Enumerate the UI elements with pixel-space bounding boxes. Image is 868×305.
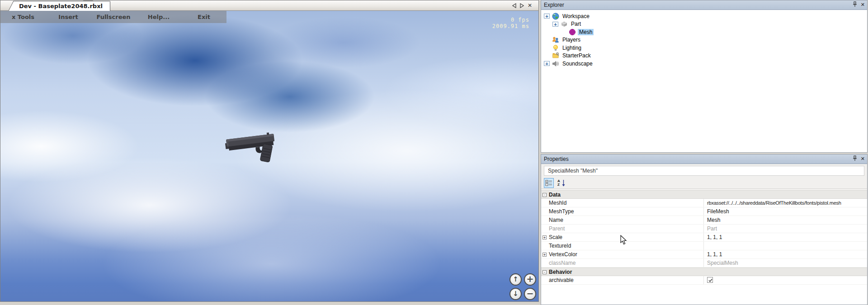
tree-item-label[interactable]: StarterPack [561,52,592,59]
menu-item-insert[interactable]: Insert [46,11,91,23]
close-icon[interactable]: ✕ [861,2,865,8]
properties-title: Properties [544,156,569,162]
property-row-meshid[interactable]: MeshId rbxasset://../../../shareddata/Ri… [541,199,867,207]
camera-nav-pad: ↑ + ↓ − [509,273,536,300]
viewport-3d-scene[interactable]: x Tools Insert Fullscreen Help... Exit 0… [0,11,538,301]
sort-alphabetical-button[interactable]: A Z [556,178,566,188]
menu-item-help[interactable]: Help... [136,11,181,23]
group-label: Behavior [541,268,703,276]
tree-item-lighting[interactable]: Lighting [541,44,867,52]
property-name: MeshId [541,199,703,207]
properties-header: Properties ✕ [541,155,867,164]
expand-plus-icon[interactable]: + [552,22,558,27]
menu-bar: x Tools Insert Fullscreen Help... Exit [0,11,226,23]
lighting-bulb-icon [552,44,559,52]
selected-object-header: SpecialMesh "Mesh" [544,166,864,176]
property-name: className [541,259,703,267]
tree-item-label[interactable]: Lighting [561,45,583,51]
players-icon [552,36,559,43]
menu-item-fullscreen[interactable]: Fullscreen [91,11,136,23]
property-value: SpecialMesh [703,259,867,267]
expand-plus-icon[interactable]: + [544,14,550,19]
property-row-meshtype[interactable]: MeshType FileMesh [541,207,867,216]
property-row-vertexcolor[interactable]: + VertexColor 1, 1, 1 [541,250,867,259]
properties-grid: - Data MeshId rbxasset://../../../shared… [541,190,867,305]
menu-item-tools[interactable]: x Tools [0,11,46,23]
mesh-sphere-icon [569,28,576,36]
property-name: MeshType [541,207,703,216]
tab-close-icon[interactable]: ✕ [528,2,532,9]
expand-plus-icon[interactable]: + [542,235,547,239]
group-label: Data [541,191,703,198]
property-value[interactable]: 1, 1, 1 [703,233,867,241]
mouse-cursor [620,235,627,247]
pin-icon[interactable] [853,155,857,163]
archivable-checkbox[interactable] [707,277,713,283]
property-value[interactable] [703,242,867,250]
expand-plus-icon[interactable]: + [542,253,547,257]
zoom-in-button[interactable]: + [524,273,536,286]
camera-down-button[interactable]: ↓ [509,288,522,300]
pistol-mesh-object[interactable] [225,127,284,171]
close-icon[interactable]: ✕ [861,156,865,162]
camera-up-button[interactable]: ↑ [509,273,522,286]
property-name: Name [541,216,703,224]
tree-item-soundscape[interactable]: + Soundscape [541,60,867,68]
tree-item-players[interactable]: Players [541,36,867,44]
property-value[interactable]: Mesh [703,216,867,224]
part-brick-icon [561,20,568,28]
tree-item-part[interactable]: + Part [541,20,867,28]
svg-text:+: + [546,180,547,183]
property-name: VertexColor [541,250,703,258]
tab-controls: ✕ [512,2,532,9]
tree-item-workspace[interactable]: + Workspace [541,12,867,20]
frame-time-value: 2009.91 ms [492,23,529,29]
property-row-classname: className SpecialMesh [541,259,867,267]
property-name: Parent [541,225,703,233]
property-row-name[interactable]: Name Mesh [541,216,867,225]
tree-item-mesh[interactable]: Mesh [541,28,867,36]
tree-item-label[interactable]: Part [570,21,582,27]
tab-bar: Dev - Baseplate2048.rbxl ✕ [0,0,538,11]
zoom-out-button[interactable]: − [524,288,536,300]
fps-value: 0 fps [492,17,529,23]
property-row-textureid[interactable]: TextureId [541,242,867,250]
workspace-globe-icon [552,13,559,20]
tree-item-label[interactable]: Workspace [561,13,591,19]
document-tab[interactable]: Dev - Baseplate2048.rbxl [14,1,110,11]
explorer-panel: Explorer ✕ + Workspace + [541,0,868,153]
tab-scroll-right-icon[interactable] [520,3,524,8]
pin-icon[interactable] [853,1,857,9]
property-value[interactable]: 1, 1, 1 [703,250,867,258]
property-value-checkbox-cell [703,276,867,284]
property-name: archivable [541,276,703,284]
tree-item-label[interactable]: Soundscape [561,61,594,67]
soundscape-speaker-icon [552,60,559,67]
collapse-icon[interactable]: - [542,270,547,274]
properties-toolbar: +- A Z [541,177,867,189]
tree-item-label-selected[interactable]: Mesh [578,29,594,35]
group-row-behavior[interactable]: - Behavior [541,267,867,276]
expand-plus-icon[interactable]: + [544,61,550,66]
menu-item-exit[interactable]: Exit [181,11,226,23]
property-row-scale[interactable]: + Scale 1, 1, 1 [541,233,867,242]
property-row-parent: Parent Part [541,225,867,233]
group-row-data[interactable]: - Data [541,190,867,199]
explorer-tree: + Workspace + Part Mesh [541,10,867,68]
document-tab-title: Dev - Baseplate2048.rbxl [19,3,103,9]
explorer-header: Explorer ✕ [541,0,867,10]
property-value: Part [703,225,867,233]
tree-item-starterpack[interactable]: StarterPack [541,52,867,60]
tab-scroll-left-icon[interactable] [512,3,516,8]
collapse-icon[interactable]: - [542,193,547,197]
application-root: Dev - Baseplate2048.rbxl ✕ x Tools Inser… [0,0,868,305]
fps-overlay: 0 fps 2009.91 ms [492,17,529,29]
property-value[interactable]: rbxasset://../../../shareddata/RiseOfThe… [703,199,867,207]
property-row-archivable[interactable]: archivable [541,276,867,285]
categorized-view-button[interactable]: +- [544,178,554,188]
starterpack-folder-icon [552,52,559,59]
sort-az-icon: A Z [557,179,565,187]
tree-item-label[interactable]: Players [561,37,582,43]
property-value[interactable]: FileMesh [703,207,867,216]
explorer-title: Explorer [544,2,564,8]
